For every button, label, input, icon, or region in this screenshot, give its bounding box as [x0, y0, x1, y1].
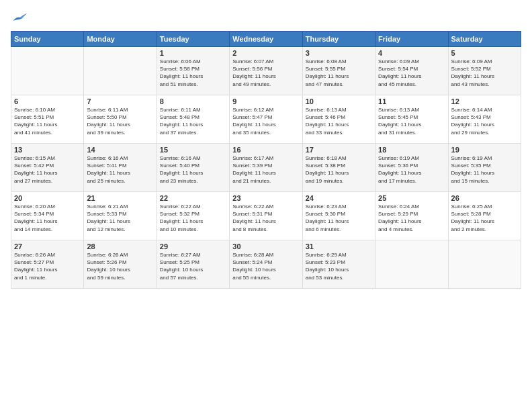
day-info: Sunrise: 6:16 AM Sunset: 5:40 PM Dayligh…: [160, 154, 226, 185]
day-info: Sunrise: 6:11 AM Sunset: 5:50 PM Dayligh…: [87, 106, 153, 136]
calendar-day-8: 8Sunrise: 6:11 AM Sunset: 5:48 PM Daylig…: [157, 95, 229, 144]
day-info: Sunrise: 6:26 AM Sunset: 5:27 PM Dayligh…: [14, 251, 81, 281]
calendar-day-7: 7Sunrise: 6:11 AM Sunset: 5:50 PM Daylig…: [84, 95, 157, 144]
day-number: 13: [14, 146, 81, 154]
day-number: 18: [378, 146, 445, 154]
day-number: 30: [232, 242, 299, 250]
day-number: 14: [87, 146, 153, 154]
calendar-day-4: 4Sunrise: 6:09 AM Sunset: 5:54 PM Daylig…: [375, 47, 448, 95]
day-number: 10: [306, 97, 372, 105]
day-number: 8: [160, 97, 226, 105]
day-info: Sunrise: 6:27 AM Sunset: 5:25 PM Dayligh…: [160, 251, 226, 281]
day-info: Sunrise: 6:23 AM Sunset: 5:30 PM Dayligh…: [306, 203, 372, 233]
calendar-day-1: 1Sunrise: 6:06 AM Sunset: 5:58 PM Daylig…: [157, 47, 229, 95]
day-info: Sunrise: 6:14 AM Sunset: 5:43 PM Dayligh…: [451, 106, 518, 136]
day-info: Sunrise: 6:08 AM Sunset: 5:55 PM Dayligh…: [306, 58, 372, 88]
day-number: 4: [378, 49, 445, 57]
calendar-day-2: 2Sunrise: 6:07 AM Sunset: 5:56 PM Daylig…: [230, 47, 302, 95]
weekday-header-wednesday: Wednesday: [230, 32, 302, 47]
weekday-header-saturday: Saturday: [448, 32, 521, 47]
calendar-day-30: 30Sunrise: 6:28 AM Sunset: 5:24 PM Dayli…: [230, 240, 302, 289]
day-info: Sunrise: 6:06 AM Sunset: 5:58 PM Dayligh…: [160, 58, 226, 88]
calendar-table: SundayMondayTuesdayWednesdayThursdayFrid…: [11, 31, 521, 289]
day-info: Sunrise: 6:07 AM Sunset: 5:56 PM Dayligh…: [232, 58, 299, 88]
weekday-header-thursday: Thursday: [302, 32, 375, 47]
day-info: Sunrise: 6:09 AM Sunset: 5:54 PM Dayligh…: [378, 58, 445, 88]
logo-bird-icon: [12, 11, 28, 24]
day-info: Sunrise: 6:21 AM Sunset: 5:33 PM Dayligh…: [87, 203, 153, 233]
day-number: 24: [306, 194, 372, 202]
calendar-day-16: 16Sunrise: 6:17 AM Sunset: 5:39 PM Dayli…: [230, 144, 302, 192]
calendar-empty-cell: [375, 240, 448, 289]
calendar-day-14: 14Sunrise: 6:16 AM Sunset: 5:41 PM Dayli…: [84, 144, 157, 192]
day-info: Sunrise: 6:19 AM Sunset: 5:36 PM Dayligh…: [378, 154, 445, 185]
weekday-header-sunday: Sunday: [11, 32, 84, 47]
weekday-header-monday: Monday: [84, 32, 157, 47]
calendar-day-10: 10Sunrise: 6:13 AM Sunset: 5:46 PM Dayli…: [302, 95, 375, 144]
day-info: Sunrise: 6:20 AM Sunset: 5:34 PM Dayligh…: [14, 203, 81, 233]
calendar-week-row: 1Sunrise: 6:06 AM Sunset: 5:58 PM Daylig…: [11, 47, 521, 95]
calendar-day-11: 11Sunrise: 6:13 AM Sunset: 5:45 PM Dayli…: [375, 95, 448, 144]
page-header: [11, 11, 521, 24]
day-number: 3: [306, 49, 372, 57]
day-number: 17: [306, 146, 372, 154]
calendar-header-row: SundayMondayTuesdayWednesdayThursdayFrid…: [11, 32, 521, 47]
day-number: 20: [14, 194, 81, 202]
calendar-week-row: 27Sunrise: 6:26 AM Sunset: 5:27 PM Dayli…: [11, 240, 521, 289]
calendar-day-15: 15Sunrise: 6:16 AM Sunset: 5:40 PM Dayli…: [157, 144, 229, 192]
calendar-day-28: 28Sunrise: 6:26 AM Sunset: 5:26 PM Dayli…: [84, 240, 157, 289]
calendar-day-27: 27Sunrise: 6:26 AM Sunset: 5:27 PM Dayli…: [11, 240, 84, 289]
calendar-day-6: 6Sunrise: 6:10 AM Sunset: 5:51 PM Daylig…: [11, 95, 84, 144]
day-info: Sunrise: 6:17 AM Sunset: 5:39 PM Dayligh…: [232, 154, 299, 185]
calendar-day-17: 17Sunrise: 6:18 AM Sunset: 5:38 PM Dayli…: [302, 144, 375, 192]
calendar-day-31: 31Sunrise: 6:29 AM Sunset: 5:23 PM Dayli…: [302, 240, 375, 289]
day-number: 15: [160, 146, 226, 154]
calendar-day-29: 29Sunrise: 6:27 AM Sunset: 5:25 PM Dayli…: [157, 240, 229, 289]
calendar-day-5: 5Sunrise: 6:09 AM Sunset: 5:52 PM Daylig…: [448, 47, 521, 95]
day-number: 9: [232, 97, 299, 105]
day-info: Sunrise: 6:22 AM Sunset: 5:31 PM Dayligh…: [232, 203, 299, 233]
day-info: Sunrise: 6:26 AM Sunset: 5:26 PM Dayligh…: [87, 251, 153, 281]
day-number: 5: [451, 49, 518, 57]
day-number: 1: [160, 49, 226, 57]
day-info: Sunrise: 6:09 AM Sunset: 5:52 PM Dayligh…: [451, 58, 518, 88]
day-info: Sunrise: 6:15 AM Sunset: 5:42 PM Dayligh…: [14, 154, 81, 185]
day-info: Sunrise: 6:13 AM Sunset: 5:45 PM Dayligh…: [378, 106, 445, 136]
day-info: Sunrise: 6:13 AM Sunset: 5:46 PM Dayligh…: [306, 106, 372, 136]
day-info: Sunrise: 6:25 AM Sunset: 5:28 PM Dayligh…: [451, 203, 518, 233]
calendar-page: SundayMondayTuesdayWednesdayThursdayFrid…: [0, 0, 532, 411]
calendar-day-23: 23Sunrise: 6:22 AM Sunset: 5:31 PM Dayli…: [230, 192, 302, 240]
weekday-header-tuesday: Tuesday: [157, 32, 229, 47]
calendar-week-row: 13Sunrise: 6:15 AM Sunset: 5:42 PM Dayli…: [11, 144, 521, 192]
day-info: Sunrise: 6:16 AM Sunset: 5:41 PM Dayligh…: [87, 154, 153, 185]
calendar-day-12: 12Sunrise: 6:14 AM Sunset: 5:43 PM Dayli…: [448, 95, 521, 144]
calendar-day-19: 19Sunrise: 6:19 AM Sunset: 5:35 PM Dayli…: [448, 144, 521, 192]
weekday-header-friday: Friday: [375, 32, 448, 47]
day-number: 11: [378, 97, 445, 105]
day-number: 19: [451, 146, 518, 154]
day-info: Sunrise: 6:19 AM Sunset: 5:35 PM Dayligh…: [451, 154, 518, 185]
day-number: 22: [160, 194, 226, 202]
day-number: 6: [14, 97, 81, 105]
calendar-day-20: 20Sunrise: 6:20 AM Sunset: 5:34 PM Dayli…: [11, 192, 84, 240]
day-number: 27: [14, 242, 81, 250]
calendar-day-13: 13Sunrise: 6:15 AM Sunset: 5:42 PM Dayli…: [11, 144, 84, 192]
calendar-empty-cell: [84, 47, 157, 95]
day-info: Sunrise: 6:18 AM Sunset: 5:38 PM Dayligh…: [306, 154, 372, 185]
calendar-empty-cell: [448, 240, 521, 289]
calendar-week-row: 6Sunrise: 6:10 AM Sunset: 5:51 PM Daylig…: [11, 95, 521, 144]
calendar-day-25: 25Sunrise: 6:24 AM Sunset: 5:29 PM Dayli…: [375, 192, 448, 240]
day-number: 25: [378, 194, 445, 202]
day-number: 29: [160, 242, 226, 250]
day-number: 28: [87, 242, 153, 250]
calendar-day-21: 21Sunrise: 6:21 AM Sunset: 5:33 PM Dayli…: [84, 192, 157, 240]
day-info: Sunrise: 6:29 AM Sunset: 5:23 PM Dayligh…: [306, 251, 372, 281]
day-number: 7: [87, 97, 153, 105]
day-number: 12: [451, 97, 518, 105]
calendar-day-24: 24Sunrise: 6:23 AM Sunset: 5:30 PM Dayli…: [302, 192, 375, 240]
day-number: 23: [232, 194, 299, 202]
day-number: 31: [306, 242, 372, 250]
calendar-day-3: 3Sunrise: 6:08 AM Sunset: 5:55 PM Daylig…: [302, 47, 375, 95]
calendar-day-18: 18Sunrise: 6:19 AM Sunset: 5:36 PM Dayli…: [375, 144, 448, 192]
day-info: Sunrise: 6:28 AM Sunset: 5:24 PM Dayligh…: [232, 251, 299, 281]
